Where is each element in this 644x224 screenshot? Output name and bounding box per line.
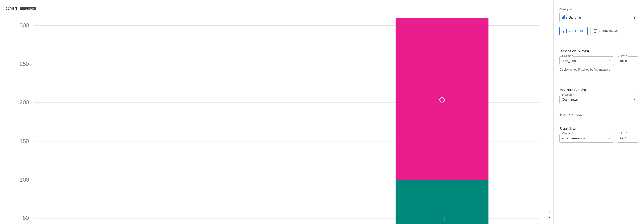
svg-text:◇: ◇ (439, 94, 445, 104)
chart-type-value: Bar chart (569, 15, 634, 19)
svg-rect-30 (565, 30, 565, 33)
chevron-down-icon: ∨ (548, 215, 551, 218)
breakdown-section: Breakdown Column * auth_permission Limit… (560, 126, 638, 145)
divider-3 (560, 121, 638, 122)
svg-rect-33 (594, 31, 597, 31)
chart-header: Chart PREVIEW (6, 6, 554, 11)
chart-type-section: Chart type Bar chart ▾ (560, 5, 638, 22)
measure-title: Measure (y-axis) (560, 85, 638, 92)
breakdown-column-label: Column * (562, 132, 574, 135)
svg-rect-34 (594, 32, 596, 33)
svg-rect-26 (563, 16, 564, 19)
breakdown-limit-label: Limit * (619, 132, 628, 135)
plus-icon: + (560, 112, 562, 117)
chart-container: 300 250 200 150 100 50 0 (6, 16, 554, 224)
measure-select[interactable]: Count rows (560, 95, 638, 104)
chart-title: Chart (6, 6, 18, 11)
vertical-icon (563, 29, 567, 33)
measure-section: Measure (y-axis) Measure * Count rows (560, 85, 638, 107)
dimension-limit-input[interactable] (617, 56, 638, 65)
svg-rect-32 (594, 29, 596, 30)
collapse-toggle[interactable]: ∧ ∨ (546, 210, 554, 219)
svg-rect-28 (566, 17, 566, 19)
svg-text:300: 300 (20, 22, 29, 28)
dimension-title: Dimension (x-axis) (560, 46, 638, 53)
chart-type-header: Chart type (560, 5, 638, 11)
chart-type-chevron-icon: ▾ (634, 15, 636, 20)
dimension-section: Dimension (x-axis) Column * user_email L… (560, 46, 638, 75)
breakdown-column-wrapper: Column * auth_permission (560, 134, 614, 143)
svg-rect-25 (562, 17, 563, 19)
chart-svg: 300 250 200 150 100 50 0 (6, 16, 554, 224)
svg-text:□: □ (440, 215, 444, 223)
svg-text:100: 100 (20, 177, 29, 183)
preview-badge: PREVIEW (20, 7, 36, 10)
horizontal-icon (594, 29, 598, 33)
measure-label: Measure * (562, 93, 575, 96)
dimension-field-row: Column * user_email Limit * (560, 56, 638, 65)
svg-text:50: 50 (23, 215, 29, 221)
chart-svg-area: 300 250 200 150 100 50 0 (6, 16, 554, 224)
breakdown-column-select[interactable]: auth_permission (560, 134, 614, 143)
dimension-hint: Displaying top 5, sorted by first measur… (560, 68, 638, 71)
svg-text:150: 150 (20, 138, 29, 144)
chart-area: Chart PREVIEW 300 250 200 150 100 (0, 0, 554, 224)
breakdown-limit-wrapper: Limit * (617, 134, 638, 143)
horizontal-btn[interactable]: HORIZONTAL (590, 27, 623, 35)
breakdown-field-row: Column * auth_permission Limit * (560, 134, 638, 143)
dimension-column-select[interactable]: user_email (560, 56, 614, 65)
chevron-up-icon: ∧ (548, 211, 551, 214)
right-panel: Chart type Bar chart ▾ VERTICAL (554, 0, 644, 224)
vertical-btn[interactable]: VERTICAL (560, 27, 588, 35)
breakdown-title: Breakdown (560, 126, 638, 130)
add-measure-button[interactable]: + ADD MEASURE (560, 111, 638, 119)
dimension-limit-label: Limit * (619, 54, 628, 57)
dimension-limit-wrapper: Limit * (617, 56, 638, 65)
dimension-column-wrapper: Column * user_email (560, 56, 614, 65)
divider-2 (560, 82, 638, 82)
measure-field-row: Measure * Count rows (560, 95, 638, 104)
dimension-column-label: Column * (562, 54, 574, 57)
add-measure-label: ADD MEASURE (563, 113, 587, 116)
orientation-section: VERTICAL HORIZONTAL (560, 27, 638, 35)
svg-text:200: 200 (20, 99, 29, 106)
svg-text:250: 250 (20, 61, 29, 67)
breakdown-limit-input[interactable] (617, 134, 638, 143)
chart-type-select[interactable]: Bar chart ▾ (560, 13, 638, 22)
horizontal-btn-label: HORIZONTAL (600, 29, 619, 33)
svg-rect-29 (564, 31, 564, 33)
svg-rect-31 (566, 29, 566, 33)
measure-wrapper: Measure * Count rows (560, 95, 638, 104)
vertical-btn-label: VERTICAL (568, 29, 584, 33)
svg-rect-27 (564, 15, 565, 19)
bar-chart-icon (562, 15, 567, 20)
